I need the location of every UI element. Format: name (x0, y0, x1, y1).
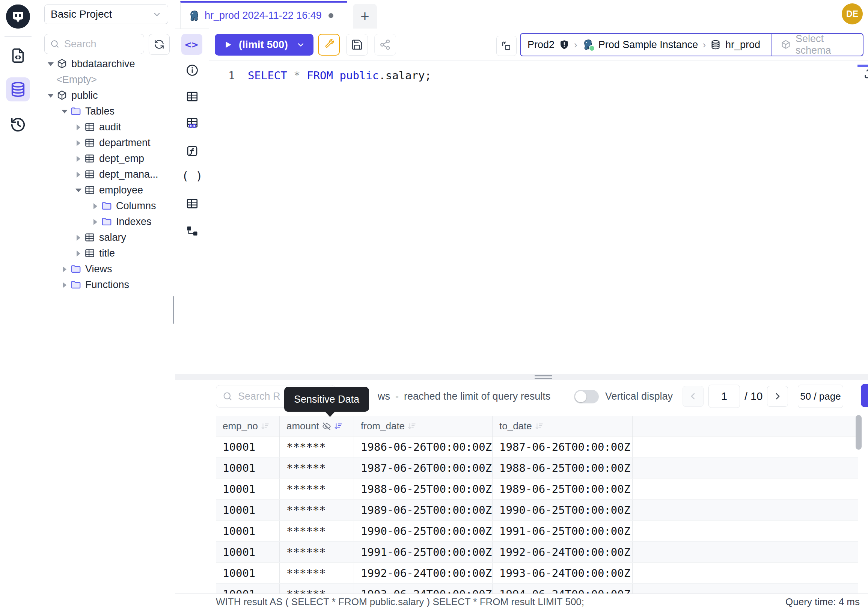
cube-icon (56, 90, 68, 101)
tree-item-dept-emp[interactable]: dept_emp (36, 151, 175, 166)
tree-item-views[interactable]: Views (36, 261, 175, 277)
column-header-emp_no[interactable]: emp_no (216, 416, 280, 436)
tree-item-indexes[interactable]: Indexes (36, 214, 175, 230)
folder-icon (70, 279, 81, 290)
sql-editor[interactable]: 1 SELECT * FROM public.salary; (209, 61, 868, 374)
tree-item-title[interactable]: title (36, 245, 175, 261)
caret-down-icon[interactable] (61, 108, 67, 114)
cell-to_date: 1989-06-25T00:00:00Z (493, 478, 632, 499)
tree-item-dept-mana[interactable]: dept_mana... (36, 166, 175, 182)
caret-down-icon[interactable] (75, 187, 81, 193)
tree-item-salary[interactable]: salary (36, 230, 175, 245)
sort-icon[interactable] (261, 422, 270, 431)
export-button[interactable] (861, 384, 868, 407)
add-tab-button[interactable]: + (353, 4, 377, 28)
refresh-button[interactable] (149, 34, 170, 55)
run-options-chevron-icon[interactable] (296, 40, 305, 49)
share-button[interactable] (374, 34, 396, 56)
table-row[interactable]: 10001******1993-06-24T00:00:00Z1994-06-2… (216, 584, 858, 593)
sql-code-line[interactable]: SELECT * FROM public.salary; (248, 69, 431, 82)
caret-right-icon[interactable] (75, 140, 81, 146)
tree-item-department[interactable]: department (36, 135, 175, 151)
sort-icon[interactable] (334, 422, 343, 431)
parentheses-icon[interactable]: ( ) (186, 169, 199, 183)
splitter-handle-icon[interactable] (535, 375, 552, 380)
sql-token (300, 69, 307, 82)
run-label: (limit 500) (239, 39, 288, 51)
caret-right-icon[interactable] (75, 234, 81, 241)
caret-down-icon[interactable] (47, 61, 53, 67)
avatar[interactable]: DE (842, 3, 863, 25)
tab-hr-prod[interactable]: hr_prod 2024-11-22 16:49 (180, 1, 347, 28)
sidebar-search[interactable] (44, 34, 144, 54)
admin-wrench-button[interactable] (318, 34, 340, 56)
sort-icon[interactable] (408, 422, 417, 431)
vertical-display-toggle[interactable] (574, 390, 599, 404)
column-header-from_date[interactable]: from_date (354, 416, 493, 436)
cell-amount: ****** (280, 458, 354, 478)
table-row[interactable]: 10001******1992-06-24T00:00:00Z1993-06-2… (216, 563, 858, 584)
tree-item-columns[interactable]: Columns (36, 198, 175, 214)
sort-icon[interactable] (535, 422, 544, 431)
worksheet-icon[interactable] (6, 43, 30, 68)
results-scrollbar[interactable] (856, 415, 862, 450)
bytebase-logo[interactable] (6, 5, 30, 28)
run-query-button[interactable]: (limit 500) (215, 34, 313, 56)
table-row[interactable]: 10001******1990-06-25T00:00:00Z1991-06-2… (216, 521, 858, 542)
code-view-icon[interactable]: <> (181, 34, 202, 55)
caret-right-icon[interactable] (75, 171, 81, 177)
next-page-button[interactable] (767, 386, 788, 407)
tree-item-tables[interactable]: Tables (36, 103, 175, 119)
tree-item-public[interactable]: public (36, 87, 175, 103)
schema-diagram-icon[interactable] (186, 224, 199, 238)
table-row[interactable]: 10001******1989-06-25T00:00:00Z1990-06-2… (216, 500, 858, 521)
folder-icon (101, 216, 112, 227)
caret-right-icon[interactable] (92, 203, 98, 209)
search-icon (50, 39, 60, 49)
database-icon[interactable] (6, 78, 30, 101)
column-header-amount[interactable]: amount (280, 416, 354, 436)
sql-token (287, 69, 294, 82)
editor-toolbar: (limit 500) (209, 28, 868, 61)
caret-down-icon[interactable] (47, 92, 53, 98)
results-status: ws - reached the limit of query results (378, 380, 550, 413)
table-row[interactable]: 10001******1991-06-25T00:00:00Z1992-06-2… (216, 542, 858, 563)
caret-right-icon[interactable] (61, 282, 67, 288)
tree-item-bbdataarchive[interactable]: bbdataarchive (36, 56, 175, 72)
batch-query-icon[interactable] (496, 36, 516, 56)
sidebar-divider (36, 29, 175, 29)
history-icon[interactable] (6, 113, 30, 137)
caret-right-icon[interactable] (61, 266, 67, 272)
tree-item-label: title (99, 248, 115, 259)
cell-amount: ****** (280, 478, 354, 499)
column-header-to_date[interactable]: to_date (493, 416, 632, 436)
page-size-select[interactable]: 50 / page (798, 385, 843, 408)
select-schema-button[interactable]: Select schema (772, 34, 863, 56)
prev-page-button[interactable] (682, 386, 704, 407)
cell-filler (632, 436, 858, 457)
table-info-icon[interactable] (186, 90, 199, 103)
eye-off-icon[interactable] (322, 422, 331, 431)
function-icon[interactable] (186, 144, 199, 158)
tree-item-audit[interactable]: audit (36, 119, 175, 135)
table-row[interactable]: 10001******1988-06-25T00:00:00Z1989-06-2… (216, 478, 858, 500)
project-selector[interactable]: Basic Project (44, 5, 168, 24)
caret-right-icon[interactable] (75, 250, 81, 256)
table-row[interactable]: 10001******1987-06-26T00:00:00Z1988-06-2… (216, 458, 858, 478)
table-row[interactable]: 10001******1986-06-26T00:00:00Z1987-06-2… (216, 436, 858, 458)
search-input[interactable] (64, 38, 138, 50)
caret-right-icon[interactable] (75, 155, 81, 161)
sensitive-table-icon[interactable] (186, 116, 199, 130)
save-button[interactable] (346, 34, 368, 56)
tree-item-employee[interactable]: employee (36, 182, 175, 198)
upload-icon[interactable] (863, 66, 868, 80)
tree-item-functions[interactable]: Functions (36, 277, 175, 293)
caret-right-icon[interactable] (92, 219, 98, 225)
page-number-input[interactable] (712, 390, 736, 403)
page-number-box[interactable] (708, 385, 740, 408)
table-icon[interactable] (186, 197, 199, 210)
panel-splitter[interactable] (175, 374, 868, 380)
info-icon[interactable] (186, 64, 199, 77)
connection-path[interactable]: Prod2 › Prod Sample Instance › (521, 34, 772, 56)
caret-right-icon[interactable] (75, 124, 81, 130)
